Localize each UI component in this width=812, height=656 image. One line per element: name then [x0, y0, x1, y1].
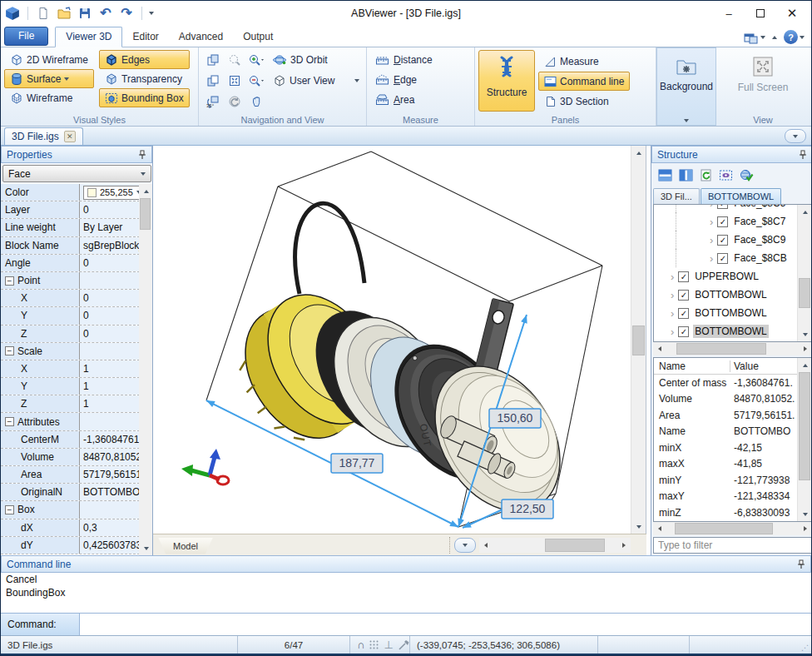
property-row[interactable]: Z1: [1, 395, 140, 413]
apply-structure-icon[interactable]: [740, 169, 754, 181]
measure-panel-button[interactable]: Measure: [538, 52, 630, 71]
tab-editor[interactable]: Editor: [122, 27, 168, 47]
property-row[interactable]: Line weightBy Layer: [1, 219, 140, 236]
property-value[interactable]: [80, 413, 140, 430]
expand-icon[interactable]: ›: [671, 289, 674, 301]
property-row[interactable]: CenterM-1,36084761759: [1, 431, 140, 449]
pin-icon[interactable]: [138, 150, 146, 160]
pan-hand-icon[interactable]: [245, 92, 266, 112]
checkbox[interactable]: ✓: [717, 204, 728, 209]
property-value[interactable]: 0,425603783: [80, 537, 140, 554]
property-value[interactable]: 1: [80, 378, 140, 395]
property-row[interactable]: Layer0: [1, 201, 140, 219]
measure-distance-button[interactable]: Distance: [370, 50, 471, 70]
qat-customize-icon[interactable]: [149, 12, 154, 15]
app-logo-icon[interactable]: [4, 5, 21, 22]
property-value[interactable]: [80, 343, 140, 360]
measure-edge-button[interactable]: Edge: [370, 70, 471, 90]
snap-toggle-icon[interactable]: ∩: [357, 639, 364, 651]
3d-orbit-button[interactable]: 3D Orbit: [270, 50, 363, 70]
zoom-in-icon[interactable]: [245, 50, 266, 70]
property-row[interactable]: OriginalNBOTTOMBOWL: [1, 484, 140, 501]
property-value[interactable]: By Layer: [80, 219, 140, 236]
property-value[interactable]: 0: [80, 290, 140, 306]
background-dropdown-icon[interactable]: [657, 114, 715, 124]
grid-toggle-icon[interactable]: [369, 640, 379, 649]
structure-panel-button[interactable]: Structure: [478, 50, 535, 112]
undo-icon[interactable]: ↶: [97, 5, 114, 22]
layout-dropdown-button[interactable]: [454, 538, 476, 553]
model-3d[interactable]: OUT: [215, 203, 585, 534]
command-input[interactable]: [80, 614, 811, 635]
checkbox[interactable]: ✓: [717, 216, 728, 227]
close-document-icon[interactable]: ✕: [64, 131, 76, 142]
expand-icon[interactable]: ›: [671, 271, 674, 283]
property-value[interactable]: -1,36084761759: [80, 431, 140, 448]
viewport[interactable]: OUT 187,77 150,60 122,50: [153, 146, 646, 555]
table-vertical-scrollbar[interactable]: [797, 358, 811, 521]
table-row[interactable]: Area57179,56151.: [654, 407, 799, 424]
property-group-row[interactable]: −Point: [1, 272, 140, 290]
copy-view-icon[interactable]: [202, 71, 223, 91]
paint-toggle-icon[interactable]: [399, 640, 409, 650]
checkbox[interactable]: ✓: [678, 326, 689, 337]
tab-advanced[interactable]: Advanced: [169, 27, 233, 47]
filter-input[interactable]: [653, 537, 812, 554]
new-file-icon[interactable]: [35, 5, 52, 22]
property-value[interactable]: 0: [80, 201, 140, 218]
pin-icon[interactable]: [799, 150, 807, 160]
ortho-toggle-icon[interactable]: ⊥: [384, 639, 393, 651]
property-value[interactable]: 0: [80, 307, 140, 324]
transparency-button[interactable]: Transparency: [99, 69, 190, 88]
user-view-button[interactable]: User View: [270, 71, 363, 91]
property-value[interactable]: 1: [80, 360, 140, 377]
property-row[interactable]: Volume84870,81052441: [1, 449, 140, 466]
collapse-group-icon[interactable]: −: [5, 346, 14, 355]
property-value[interactable]: [80, 501, 140, 518]
structure-tree[interactable]: ›✓Face_$8C5›✓Face_$8C7›✓Face_$8C9›✓Face_…: [653, 204, 812, 342]
zoom-out-icon[interactable]: [245, 71, 266, 91]
2d-wireframe-button[interactable]: 2D Wireframe: [4, 50, 94, 69]
tree-item[interactable]: ›✓Face_$8C5: [676, 204, 797, 212]
tree-item[interactable]: ›✓BOTTOMBOWL: [654, 286, 797, 304]
collapse-group-icon[interactable]: −: [5, 417, 14, 426]
refresh-icon[interactable]: [700, 169, 712, 181]
structure-tab-file[interactable]: 3D Fil...: [653, 188, 700, 204]
model-space-tab[interactable]: Model: [158, 538, 213, 554]
property-value[interactable]: 255,255: [80, 184, 140, 201]
save-icon[interactable]: [77, 5, 93, 22]
table-row[interactable]: NameBOTTOMBO: [654, 424, 799, 440]
entity-type-select[interactable]: Face: [2, 165, 151, 182]
table-row[interactable]: maxY-121,348334: [654, 489, 799, 505]
property-value[interactable]: sgBrepBlock_BO: [80, 237, 140, 254]
property-row[interactable]: X1: [1, 360, 140, 378]
property-value[interactable]: 0: [80, 255, 140, 271]
expand-icon[interactable]: ›: [710, 204, 713, 210]
checkbox[interactable]: ✓: [678, 308, 689, 319]
property-value[interactable]: 0,3: [80, 519, 140, 536]
document-tab[interactable]: 3D File.igs ✕: [4, 127, 83, 145]
redo-icon[interactable]: ↷: [118, 5, 135, 22]
selection-visibility-icon[interactable]: [719, 169, 733, 181]
wireframe-button[interactable]: Wireframe: [4, 88, 94, 107]
table-row[interactable]: minX-42,15: [654, 440, 799, 456]
collapse-group-icon[interactable]: −: [5, 505, 14, 514]
property-value[interactable]: 84870,81052441: [80, 449, 140, 465]
tree-vertical-scrollbar[interactable]: [797, 205, 811, 341]
properties-scrollbar[interactable]: [139, 184, 152, 555]
split-horizontal-icon[interactable]: [658, 169, 672, 181]
expand-icon[interactable]: ›: [671, 326, 674, 338]
color-value-dropdown[interactable]: 255,255: [83, 186, 140, 200]
tab-output[interactable]: Output: [233, 27, 283, 47]
zoom-window-icon[interactable]: [224, 50, 245, 70]
property-row[interactable]: dX0,3: [1, 519, 140, 537]
table-horizontal-scrollbar[interactable]: [653, 522, 812, 535]
window-style-icon[interactable]: [744, 31, 765, 44]
pan-view-icon[interactable]: [202, 50, 223, 70]
expand-icon[interactable]: ›: [671, 307, 674, 320]
full-screen-button[interactable]: Full Screen: [735, 50, 791, 112]
background-button[interactable]: Background: [661, 51, 712, 112]
property-row[interactable]: Area57179,56151631: [1, 466, 140, 484]
minimize-button[interactable]: –: [713, 2, 745, 24]
surface-button[interactable]: Surface: [4, 69, 94, 88]
